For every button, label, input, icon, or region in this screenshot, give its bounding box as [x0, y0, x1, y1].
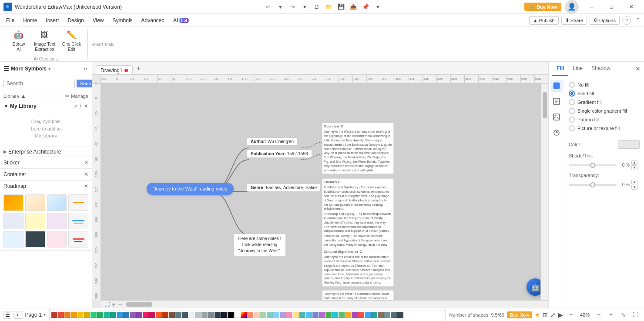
palette-color-lightorange[interactable]: [247, 312, 253, 318]
palette-color-violet[interactable]: [319, 312, 325, 318]
shade-thumb[interactable]: [590, 163, 595, 168]
scroll-tools-icon[interactable]: ⛶: [104, 301, 110, 308]
solid-fill-radio[interactable]: [569, 90, 575, 97]
palette-color-darkpurple[interactable]: [136, 312, 142, 318]
palette-color-leather[interactable]: [169, 312, 175, 318]
no-fill-radio[interactable]: [569, 82, 575, 88]
search-input[interactable]: [3, 79, 75, 88]
palette-color-rosetaupe[interactable]: [378, 312, 384, 318]
canvas-tab-drawing1[interactable]: Drawing1: [96, 65, 133, 74]
palette-color-medorange[interactable]: [345, 312, 351, 318]
options-button[interactable]: ⚙ Options: [590, 16, 620, 25]
palette-color-darkblue[interactable]: [123, 312, 129, 318]
palette-color-blue[interactable]: [117, 312, 123, 318]
transparency-slider[interactable]: [569, 184, 617, 186]
sticker-header[interactable]: Sticker ✕: [0, 157, 92, 168]
pattern-fill-option[interactable]: Pattern fill: [569, 115, 640, 124]
my-library-header[interactable]: ▼ My Library ↗ + ✕: [0, 101, 92, 111]
palette-color-limegreen[interactable]: [339, 312, 345, 318]
palette-color-medred[interactable]: [358, 312, 364, 318]
search-button[interactable]: Search: [77, 80, 92, 87]
summary-textbox[interactable]: "Journey to the West" is a classic Chine…: [322, 290, 394, 300]
palette-color-medteal[interactable]: [299, 312, 305, 318]
h-scrollbar-thumb[interactable]: [126, 302, 152, 307]
redo-button[interactable]: ↪: [288, 3, 297, 11]
palette-color-multi[interactable]: [241, 312, 247, 318]
palette-color-medgreen[interactable]: [325, 312, 332, 318]
undo-dropdown[interactable]: ▾: [276, 3, 285, 11]
my-library-add[interactable]: +: [79, 103, 82, 109]
my-library-close[interactable]: ✕: [84, 103, 88, 109]
roadmap-header[interactable]: Roadmap ✕: [0, 181, 92, 192]
buy-now-button[interactable]: 🛒 Buy Now: [524, 3, 561, 11]
no-fill-option[interactable]: No fill: [569, 80, 640, 89]
palette-color-darkteal[interactable]: [110, 312, 116, 318]
menu-view[interactable]: View: [88, 16, 108, 25]
roadmap-thumb-7[interactable]: [47, 213, 67, 229]
redo-dropdown[interactable]: ▾: [300, 3, 309, 11]
format-tool-icon[interactable]: [550, 95, 563, 107]
shade-up[interactable]: ▲: [631, 160, 637, 165]
palette-color-brown[interactable]: [162, 312, 168, 318]
menu-symbols[interactable]: Symbols: [108, 16, 137, 25]
transparency-down[interactable]: ▼: [631, 185, 637, 190]
picture-fill-radio[interactable]: [569, 125, 575, 131]
fill-tab[interactable]: Fill: [552, 62, 568, 76]
palette-color-black[interactable]: [228, 312, 234, 318]
layers-button[interactable]: ⊞: [543, 311, 548, 318]
cultural-textbox[interactable]: Cultural Significance ⊙ Journey to the W…: [322, 248, 394, 287]
shade-slider[interactable]: [569, 164, 617, 166]
gradient-fill-option[interactable]: Gradient fill: [569, 98, 640, 107]
palette-color-lightred[interactable]: [58, 312, 64, 318]
canvas-content[interactable]: 'Journey to the West' reading notes Auth…: [101, 84, 548, 300]
shadow-tab[interactable]: Shadow: [587, 62, 614, 76]
palette-color-darkbluegrey[interactable]: [182, 312, 188, 318]
pattern-fill-radio[interactable]: [569, 117, 575, 123]
v-scrollbar-thumb[interactable]: [543, 92, 547, 118]
pub-year-node[interactable]: Publication Year: 1592-1593: [247, 150, 312, 158]
palette-color-peach[interactable]: [254, 312, 260, 318]
genre-node[interactable]: Genre: Fantasy, Adventure, Satire: [247, 184, 321, 192]
palette-color-steel[interactable]: [384, 312, 390, 318]
palette-color-lavender[interactable]: [280, 312, 286, 318]
container-close[interactable]: ✕: [84, 171, 88, 177]
palette-color-green[interactable]: [91, 312, 97, 318]
right-panel-close[interactable]: ✕: [635, 65, 641, 72]
h-scrollbar-track[interactable]: [123, 302, 547, 307]
roadmap-thumb-10[interactable]: [25, 231, 45, 247]
overview-textbox[interactable]: Overview ⊙ Journey to the West is a famo…: [322, 123, 394, 174]
fit-button[interactable]: ⤢: [550, 311, 556, 318]
transparency-up[interactable]: ▲: [631, 180, 637, 184]
edraw-ai-button[interactable]: 🤖 EdrawAI: [8, 27, 30, 54]
roadmap-thumb-2[interactable]: [25, 194, 45, 211]
palette-color-lightyellow[interactable]: [293, 312, 299, 318]
image-tool-icon[interactable]: [550, 111, 563, 123]
roadmap-thumb-11[interactable]: [47, 231, 67, 247]
fill-tool-icon[interactable]: [550, 80, 563, 92]
palette-color-lightteal[interactable]: [267, 312, 273, 318]
palette-color-yellow[interactable]: [77, 312, 84, 318]
palette-color-indigo[interactable]: [312, 312, 319, 318]
palette-color-lightgrey[interactable]: [195, 312, 201, 318]
page-icon[interactable]: ☰: [3, 311, 11, 319]
gradient-fill-radio[interactable]: [569, 99, 575, 105]
zoom-out-button[interactable]: −: [566, 310, 576, 320]
palette-color-teal[interactable]: [104, 312, 110, 318]
sticker-close[interactable]: ✕: [84, 160, 88, 166]
roadmap-thumb-6[interactable]: [25, 213, 45, 229]
palette-color-gold[interactable]: [84, 312, 90, 318]
roadmap-thumb-12[interactable]: [68, 231, 88, 247]
vertical-scrollbar[interactable]: [540, 84, 548, 300]
shade-down[interactable]: ▼: [631, 165, 637, 170]
save-button[interactable]: 💾: [337, 3, 345, 11]
palette-color-deeporange[interactable]: [156, 312, 162, 318]
open-button[interactable]: 📁: [325, 3, 333, 11]
menu-advanced[interactable]: Advanced: [137, 16, 169, 25]
palette-color-medgrey[interactable]: [208, 312, 214, 318]
undo-button[interactable]: ↩: [264, 3, 272, 11]
menu-home[interactable]: Home: [19, 16, 41, 25]
share-file-button[interactable]: 📤: [349, 3, 358, 11]
menu-ai[interactable]: AI hot: [169, 16, 193, 25]
palette-color-silver[interactable]: [188, 312, 195, 318]
add-page-button[interactable]: +: [13, 311, 23, 319]
